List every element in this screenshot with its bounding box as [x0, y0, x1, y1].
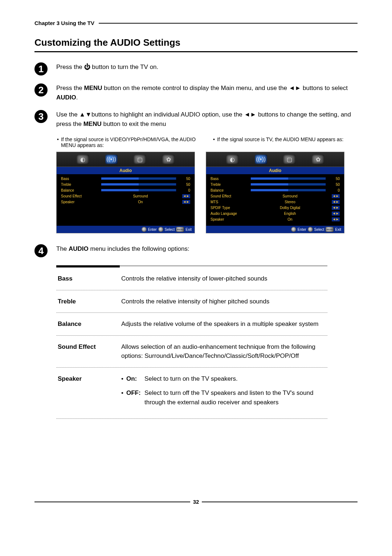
select-button-icon: [158, 227, 163, 232]
osd-icon-audio: ((•)): [255, 155, 267, 164]
osd-icon-setup: ✿: [162, 155, 175, 164]
option-name: Balance: [58, 319, 121, 329]
option-row: TrebleControls the relative intensity of…: [56, 290, 327, 313]
power-icon: ⏻: [84, 64, 90, 70]
osd-left-title: Audio: [57, 167, 195, 174]
option-name: Speaker: [58, 374, 121, 412]
option-desc: Adjusts the relative volume of the speak…: [121, 319, 326, 329]
osd-icon-setup: ✿: [312, 155, 324, 164]
osd-row: Balance0: [61, 187, 190, 193]
step-4-text: The AUDIO menu includes the following op…: [56, 244, 189, 254]
osd-row: MTSStereo◄►: [211, 199, 340, 205]
option-row: BassControls the relative intensity of l…: [56, 267, 327, 290]
osd-icon-audio: ((•)): [105, 155, 118, 164]
option-row: Speaker•On:Select to turn on the TV spea…: [56, 368, 327, 419]
osd-right-title: Audio: [206, 167, 344, 174]
footer-rule-right: [202, 502, 358, 502]
osd-screenshot-right: ◐ ((•)) ▢ ✿ Audio Bass50Treble50Balance0…: [206, 152, 344, 233]
option-row: Sound EffectAllows selection of an audio…: [56, 336, 327, 368]
menu-button-icon: MENU: [326, 227, 334, 232]
enter-button-icon: [291, 227, 296, 232]
osd-row: Audio LanguageEnglish◄►: [211, 210, 340, 216]
menu-button-icon: MENU: [176, 227, 184, 232]
step-2-number: 2: [34, 83, 48, 97]
header-rule: [99, 23, 358, 24]
step-3-text: Use the ▲▼buttons to highlight an indivi…: [56, 110, 358, 128]
osd-row: Bass50: [211, 176, 340, 181]
osd-row: SpeakerOn◄►: [211, 216, 340, 222]
option-name: Bass: [58, 274, 121, 283]
step-1-number: 1: [34, 62, 48, 75]
options-table: BassControls the relative intensity of l…: [56, 265, 327, 419]
osd-row: SPDIF TypeDolby Digital◄►: [211, 205, 340, 210]
step-1-text: Press the ⏻ button to turn the TV on.: [56, 62, 158, 72]
osd-icon-video: ◐: [77, 155, 89, 164]
osd-row: Balance0: [211, 187, 340, 193]
select-button-icon: [308, 227, 313, 232]
note-left: If the signal source is VIDEO/YPbPr/HDMI…: [61, 136, 201, 148]
footer-rule-left: [34, 502, 190, 502]
option-name: Sound Effect: [58, 342, 121, 361]
enter-button-icon: [142, 227, 147, 232]
osd-row: Sound EffectSurround◄►: [211, 193, 340, 199]
osd-icon-tv: ▢: [283, 155, 295, 164]
option-desc: Controls the relative intensity of lower…: [121, 274, 326, 283]
osd-row: SpeakerOn◄►: [61, 199, 190, 205]
page-number: 32: [190, 499, 202, 505]
osd-row: Bass50: [61, 176, 190, 181]
osd-icon-tv: ▢: [134, 155, 146, 164]
page-title: Customizing the AUDIO Settings: [34, 37, 358, 48]
title-rule: [34, 51, 358, 52]
osd-row: Sound EffectSurround◄►: [61, 193, 190, 199]
step-4-number: 4: [34, 244, 48, 257]
note-right: If the signal source is TV, the AUDIO ME…: [217, 136, 344, 142]
step-2-text: Press the MENU button on the remote cont…: [56, 83, 358, 102]
osd-icon-video: ◐: [226, 155, 238, 164]
option-name: Treble: [58, 297, 121, 306]
osd-row: Treble50: [61, 181, 190, 187]
step-3-number: 3: [34, 110, 48, 123]
option-desc: Allows selection of an audio-enhancement…: [121, 342, 326, 361]
option-desc: •On:Select to turn on the TV speakers.•O…: [121, 374, 326, 412]
option-row: BalanceAdjusts the relative volume of th…: [56, 313, 327, 336]
chapter-label: Chapter 3 Using the TV: [34, 20, 94, 26]
osd-row: Treble50: [211, 181, 340, 187]
osd-screenshot-left: ◐ ((•)) ▢ ✿ Audio Bass50Treble50Balance0…: [56, 152, 195, 233]
option-desc: Controls the relative intensity of highe…: [121, 297, 326, 306]
